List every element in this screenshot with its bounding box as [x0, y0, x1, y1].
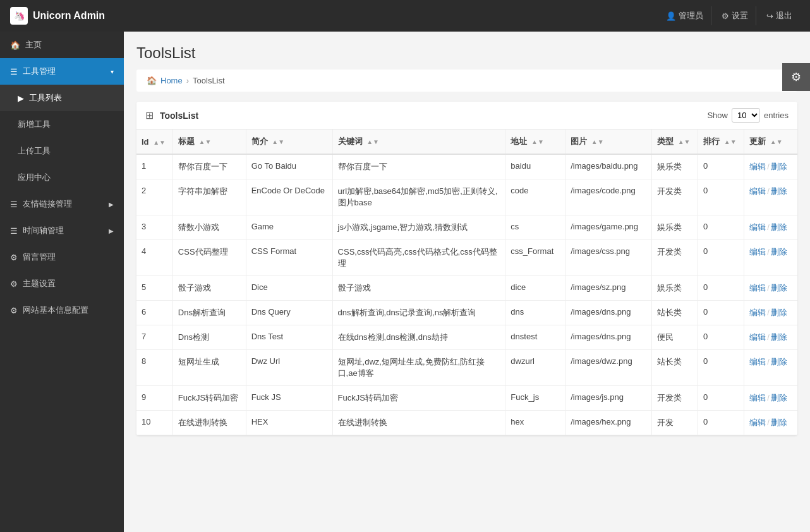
cell-id: 4 — [136, 240, 172, 276]
cell-image: /images/dns.png — [565, 301, 652, 325]
cell-keywords: js小游戏,jsgame,智力游戏,猜数测试 — [332, 215, 505, 240]
delete-link[interactable]: 删除 — [771, 308, 787, 317]
cell-rank: 0 — [698, 179, 744, 215]
breadcrumb-home-link[interactable]: Home — [160, 76, 183, 85]
table-row: 9 FuckJS转码加密 Fuck JS FuckJS转码加密 Fuck_js … — [136, 386, 797, 411]
edit-link[interactable]: 编辑 — [749, 247, 766, 257]
breadcrumb-home-icon: 🏠 — [147, 76, 157, 85]
edit-link[interactable]: 编辑 — [749, 393, 766, 402]
cell-address: baidu — [505, 154, 565, 179]
th-image[interactable]: 图片 ▲▼ — [565, 130, 652, 154]
cell-intro: Dns Test — [246, 325, 332, 350]
sort-icon-kw: ▲▼ — [366, 138, 379, 145]
delete-link[interactable]: 删除 — [771, 283, 787, 293]
breadcrumb: 🏠 Home › ToolsList — [136, 70, 797, 92]
table-row: 6 Dns解析查询 Dns Query dns解析查询,dns记录查询,ns解析… — [136, 301, 797, 325]
delete-link[interactable]: 删除 — [771, 222, 787, 232]
sort-icon-title: ▲▼ — [198, 138, 211, 145]
delete-link[interactable]: 删除 — [771, 418, 787, 427]
fab-settings[interactable]: ⚙ — [782, 63, 810, 91]
cell-title: 字符串加解密 — [172, 179, 246, 215]
cell-image: /images/code.png — [565, 179, 652, 215]
cell-action: 编辑/删除 — [744, 325, 797, 350]
delete-link[interactable]: 删除 — [771, 357, 787, 366]
sidebar-config-label: 网站基本信息配置 — [23, 305, 88, 316]
cell-rank: 0 — [698, 411, 744, 435]
cell-type: 娱乐类 — [652, 276, 698, 301]
edit-link[interactable]: 编辑 — [749, 357, 766, 366]
edit-link[interactable]: 编辑 — [749, 332, 766, 342]
edit-link[interactable]: 编辑 — [749, 418, 766, 427]
breadcrumb-separator: › — [186, 76, 189, 85]
settings-button[interactable]: ⚙ 设置 — [714, 6, 756, 25]
cell-id: 1 — [136, 154, 172, 179]
cell-id: 6 — [136, 301, 172, 325]
delete-link[interactable]: 删除 — [771, 332, 787, 342]
cell-address: dnstest — [505, 325, 565, 350]
edit-link[interactable]: 编辑 — [749, 222, 766, 232]
cell-address: cs — [505, 215, 565, 240]
th-title[interactable]: 标题 ▲▼ — [172, 130, 246, 154]
cell-keywords: url加解密,base64加解密,md5加密,正则转义,图片base — [332, 179, 505, 215]
sidebar-item-tools-list[interactable]: ▶ 工具列表 — [0, 85, 124, 111]
logout-button[interactable]: ↪ 退出 — [759, 6, 800, 25]
cell-rank: 0 — [698, 301, 744, 325]
sidebar-item-theme[interactable]: ⚙ 主题设置 — [0, 270, 124, 297]
delete-link[interactable]: 删除 — [771, 247, 787, 257]
sidebar-item-site-config[interactable]: ⚙ 网站基本信息配置 — [0, 297, 124, 323]
cell-id: 10 — [136, 411, 172, 435]
edit-link[interactable]: 编辑 — [749, 283, 766, 293]
page-title: ToolsList — [136, 44, 797, 62]
sidebar-item-app-center[interactable]: 应用中心 — [0, 164, 124, 191]
sidebar-item-upload-tool[interactable]: 上传工具 — [0, 138, 124, 164]
th-update[interactable]: 更新 ▲▼ — [744, 130, 797, 154]
sort-icon-id: ▲▼ — [153, 139, 166, 146]
edit-link[interactable]: 编辑 — [749, 308, 766, 317]
cell-rank: 0 — [698, 386, 744, 411]
comments-icon: ⚙ — [10, 253, 18, 262]
user-icon: 👤 — [666, 11, 676, 21]
admin-button[interactable]: 👤 管理员 — [658, 6, 711, 25]
cell-type: 娱乐类 — [652, 215, 698, 240]
cell-type: 开发类 — [652, 240, 698, 276]
cell-rank: 0 — [698, 276, 744, 301]
th-keywords[interactable]: 关键词 ▲▼ — [332, 130, 505, 154]
cell-keywords: 帮你百度一下 — [332, 154, 505, 179]
show-entries-select[interactable]: 10 25 50 — [732, 108, 760, 123]
layout: 🏠 主页 ☰ 工具管理 ▾ ▶ 工具列表 新增工具 上传工具 应用中心 ☰ 友情… — [0, 32, 810, 532]
home-icon: 🏠 — [10, 40, 20, 50]
edit-link[interactable]: 编辑 — [749, 186, 766, 196]
sidebar-friends-label: 友情链接管理 — [23, 198, 72, 210]
cell-title: Dns检测 — [172, 325, 246, 350]
cell-action: 编辑/删除 — [744, 154, 797, 179]
cell-keywords: 在线dns检测,dns检测,dns劫持 — [332, 325, 505, 350]
cell-rank: 0 — [698, 154, 744, 179]
cell-keywords: CSS,css代码高亮,css代码格式化,css代码整理 — [332, 240, 505, 276]
th-rank[interactable]: 排行 ▲▼ — [698, 130, 744, 154]
main-content: ToolsList 🏠 Home › ToolsList ⊞ ToolsList… — [124, 32, 810, 532]
th-address[interactable]: 地址 ▲▼ — [505, 130, 565, 154]
sidebar-group-tools[interactable]: ☰ 工具管理 ▾ — [0, 58, 124, 85]
action-separator: / — [767, 186, 770, 196]
sidebar-group-friends[interactable]: ☰ 友情链接管理 ▶ — [0, 191, 124, 217]
gear-icon: ⚙ — [722, 11, 729, 21]
cell-action: 编辑/删除 — [744, 386, 797, 411]
table-wrapper: Id ▲▼ 标题 ▲▼ 简介 ▲▼ — [136, 130, 797, 435]
sidebar-item-add-tool[interactable]: 新增工具 — [0, 111, 124, 138]
th-id[interactable]: Id ▲▼ — [136, 130, 172, 154]
sidebar-group-timeline[interactable]: ☰ 时间轴管理 ▶ — [0, 217, 124, 244]
delete-link[interactable]: 删除 — [771, 393, 787, 402]
table-row: 5 骰子游戏 Dice 骰子游戏 dice /images/sz.png 娱乐类… — [136, 276, 797, 301]
sort-icon-img: ▲▼ — [591, 138, 604, 145]
edit-link[interactable]: 编辑 — [749, 162, 766, 171]
delete-link[interactable]: 删除 — [771, 186, 787, 196]
th-intro[interactable]: 简介 ▲▼ — [246, 130, 332, 154]
cell-rank: 0 — [698, 350, 744, 386]
action-separator: / — [767, 222, 770, 232]
sidebar-item-home[interactable]: 🏠 主页 — [0, 32, 124, 58]
delete-link[interactable]: 删除 — [771, 162, 787, 171]
sidebar-item-comments[interactable]: ⚙ 留言管理 — [0, 244, 124, 270]
th-type[interactable]: 类型 ▲▼ — [652, 130, 698, 154]
sidebar-timeline-label: 时间轴管理 — [23, 225, 64, 236]
cell-rank: 0 — [698, 215, 744, 240]
